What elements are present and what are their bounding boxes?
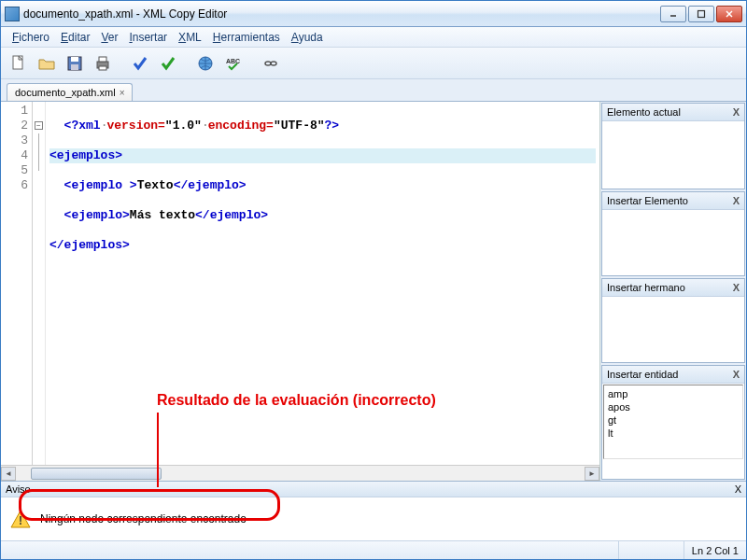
panel-title: Insertar hermano [607, 282, 685, 293]
titlebar: documento_xpath.xml - XML Copy Editor [1, 1, 746, 27]
side-panels: Elemento actualX Insertar ElementoX Inse… [600, 102, 746, 481]
svg-rect-1 [698, 10, 705, 17]
list-item[interactable]: lt [608, 427, 739, 440]
panel-elemento-actual: Elemento actualX [601, 103, 745, 189]
entity-list[interactable]: amp apos gt lt [603, 385, 743, 459]
list-item[interactable]: amp [608, 387, 739, 400]
panel-insertar-entidad: Insertar entidadX amp apos gt lt [601, 365, 745, 480]
menu-ayuda[interactable]: Ayuda [286, 29, 329, 46]
globe-icon[interactable] [193, 51, 218, 76]
open-file-icon[interactable] [35, 51, 59, 76]
minimize-button[interactable] [660, 6, 686, 22]
panel-title: Elemento actual [607, 106, 681, 118]
aviso-message: Ningún nodo correspondiente encontrado [40, 512, 247, 525]
menu-editar[interactable]: Editar [55, 29, 95, 46]
app-icon [5, 7, 20, 21]
tab-row: documento_xpath.xml × [1, 79, 746, 102]
check-green-icon[interactable] [156, 51, 180, 76]
menu-herramientas[interactable]: Herramientas [207, 29, 286, 46]
menubar: Fichero Editar Ver Insertar XML Herramie… [1, 27, 746, 48]
status-bar: Ln 2 Col 1 [1, 540, 746, 559]
svg-rect-11 [99, 66, 106, 70]
svg-rect-10 [99, 57, 106, 62]
aviso-title: Aviso [6, 483, 31, 495]
spellcheck-icon[interactable]: ABC [221, 51, 246, 76]
panel-insertar-elemento: Insertar ElementoX [601, 191, 745, 276]
tab-close-icon[interactable]: × [120, 88, 125, 98]
panel-close-icon[interactable]: X [733, 282, 740, 293]
horizontal-scrollbar[interactable]: ◄ ► [1, 465, 599, 481]
svg-text:ABC: ABC [226, 58, 240, 64]
panel-close-icon[interactable]: X [735, 483, 741, 495]
panel-close-icon[interactable]: X [733, 106, 740, 118]
line-gutter: 1 2 3 4 5 6 [1, 102, 33, 465]
svg-text:!: ! [19, 514, 22, 527]
tab-documento[interactable]: documento_xpath.xml × [7, 83, 133, 101]
save-icon[interactable] [63, 51, 87, 76]
panel-insertar-hermano: Insertar hermanoX [601, 278, 745, 363]
code-area[interactable]: <?xml·version="1.0"·encoding="UTF-8"?> <… [46, 102, 599, 465]
link-icon[interactable] [259, 51, 283, 76]
fold-column: − [33, 102, 46, 465]
maximize-button[interactable] [688, 6, 714, 22]
panel-title: Insertar entidad [607, 369, 678, 380]
toolbar: ABC [1, 48, 746, 79]
panel-title: Insertar Elemento [607, 195, 688, 206]
menu-fichero[interactable]: Fichero [7, 29, 55, 46]
close-button[interactable] [716, 6, 742, 22]
list-item[interactable]: gt [608, 413, 739, 427]
new-file-icon[interactable] [7, 51, 31, 76]
editor[interactable]: 1 2 3 4 5 6 − <?xml·version="1.0"·encodi… [1, 102, 599, 465]
print-icon[interactable] [91, 51, 115, 76]
list-item[interactable]: apos [608, 400, 739, 413]
menu-ver[interactable]: Ver [95, 29, 123, 46]
svg-rect-7 [71, 57, 78, 62]
svg-point-14 [265, 62, 271, 65]
status-position: Ln 2 Col 1 [684, 541, 746, 559]
svg-rect-8 [71, 64, 78, 70]
aviso-panel: AvisoX ! Ningún nodo correspondiente enc… [1, 481, 746, 540]
menu-insertar[interactable]: Insertar [123, 29, 173, 46]
check-blue-icon[interactable] [128, 51, 152, 76]
window-title: documento_xpath.xml - XML Copy Editor [23, 7, 660, 21]
warning-icon: ! [10, 509, 31, 529]
panel-close-icon[interactable]: X [733, 195, 740, 206]
svg-point-15 [271, 62, 276, 65]
panel-close-icon[interactable]: X [733, 369, 740, 380]
menu-xml[interactable]: XML [173, 29, 207, 46]
fold-toggle-icon[interactable]: − [35, 121, 43, 130]
tab-label: documento_xpath.xml [15, 87, 116, 98]
